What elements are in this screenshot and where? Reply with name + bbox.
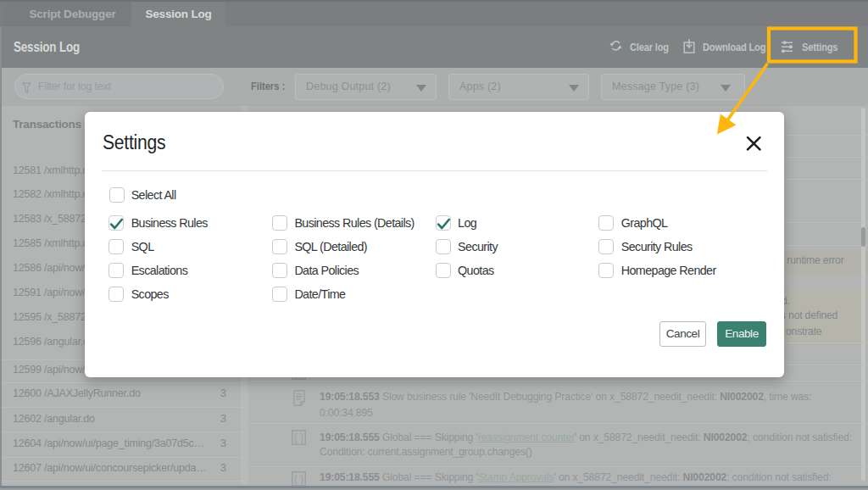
svg-text:{ }: { } bbox=[294, 473, 303, 485]
svg-text:{ }: { } bbox=[294, 432, 303, 443]
